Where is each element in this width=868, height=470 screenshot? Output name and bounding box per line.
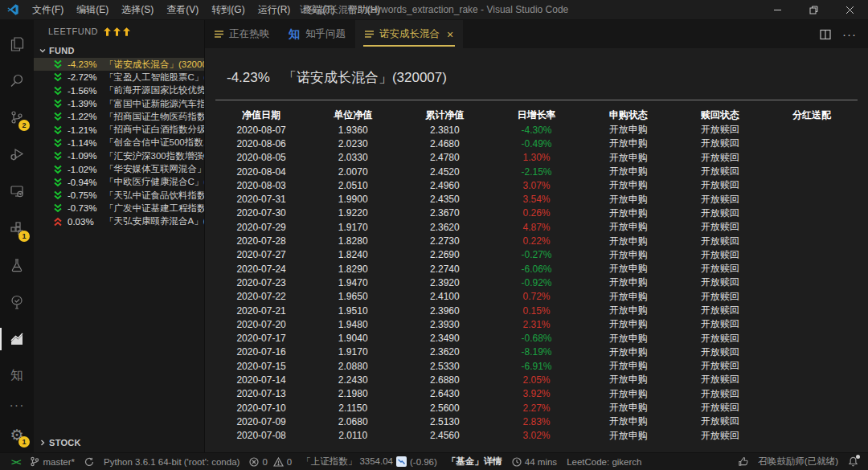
fund-heading-name: 「诺安成长混合」(320007) — [283, 68, 447, 87]
close-window-button[interactable] — [832, 0, 868, 19]
encourager-item[interactable]: 召唤鼓励师(已就绪) — [753, 453, 843, 470]
fund-list-item[interactable]: -0.94% 「中欧医疗健康混合C」(... — [34, 176, 204, 189]
fund-heading-change: -4.23% — [227, 70, 270, 86]
fund-heading: -4.23% 「诺安成长混合」(320007) — [227, 68, 846, 87]
fund-name: 「创金合信中证500指数... — [104, 137, 204, 149]
python-interpreter[interactable]: Python 3.6.1 64-bit ('root': conda) — [99, 453, 244, 470]
fund-list-item[interactable]: -1.39% 「富国中证新能源汽车指... — [34, 97, 204, 110]
cumulative-nav-cell: 2.2740 — [399, 262, 490, 276]
purchase-status-cell: 开放申购 — [583, 359, 674, 373]
dividend-cell — [766, 220, 858, 234]
chevron-down-icon — [39, 47, 47, 55]
cumulative-nav-cell: 2.4780 — [399, 151, 490, 165]
close-tab-icon[interactable]: × — [447, 29, 453, 40]
fund-detail-label: 「基金」详情 — [447, 456, 502, 468]
fund-list-item[interactable]: -1.02% 「华安媒体互联网混合」(... — [34, 162, 204, 175]
tab-zhihu-questions[interactable]: 知 知乎问题 — [279, 20, 355, 48]
purchase-status-cell: 开放申购 — [583, 429, 674, 443]
index-quote-item[interactable]: 「上证指数」 3354.04 (-0.96) — [297, 453, 442, 470]
branch-label: master* — [43, 457, 75, 467]
tab-hot-movies[interactable]: 正在热映 — [205, 20, 279, 48]
fund-section-header[interactable]: FUND — [34, 43, 204, 58]
fund-detail-item[interactable]: 「基金」详情 — [442, 453, 507, 470]
split-editor-icon[interactable] — [820, 29, 831, 40]
tab-bar: 正在热映 知 知乎问题 诺安成长混合 × ··· — [205, 20, 868, 48]
remote-indicator[interactable]: >< — [6, 453, 25, 470]
problems-item[interactable]: 0 0 — [244, 453, 297, 470]
table-row: 2020-07-29 1.9170 2.3620 4.87% 开放申购 开放赎回 — [215, 220, 858, 234]
dividend-cell — [766, 192, 858, 206]
daily-growth-cell: -8.19% — [490, 345, 582, 359]
menu-item[interactable]: 编辑(E) — [70, 0, 115, 19]
menu-item[interactable]: 终端(T) — [297, 0, 341, 19]
fund-list-item[interactable]: -0.73% 「广发中证基建工程指数... — [34, 202, 204, 215]
menu-item[interactable]: 文件(F) — [26, 0, 70, 19]
fund-list-item[interactable]: -1.56% 「前海开源国家比较优势... — [34, 84, 204, 97]
cumulative-nav-cell: 2.5600 — [399, 401, 490, 415]
menu-item[interactable]: 转到(G) — [205, 0, 251, 19]
sync-item[interactable] — [80, 453, 99, 470]
menu-item[interactable]: 选择(S) — [115, 0, 160, 19]
restore-button[interactable] — [796, 0, 832, 19]
dividend-cell — [766, 415, 858, 428]
notifications-item[interactable] — [843, 453, 863, 470]
date-cell: 2020-07-16 — [215, 345, 307, 359]
table-row: 2020-07-24 1.8290 2.2740 -6.06% 开放申购 开放赎… — [215, 262, 858, 276]
daily-growth-cell: 0.26% — [490, 206, 582, 220]
fund-list-item[interactable]: -2.72% 「宝盈人工智能股票C」(... — [34, 71, 204, 84]
explorer-icon[interactable] — [0, 25, 34, 62]
tree-check-icon[interactable] — [0, 284, 34, 321]
tab-fund-detail[interactable]: 诺安成长混合 × — [355, 20, 463, 48]
leetfund-chart-icon[interactable] — [0, 321, 34, 358]
remote-explorer-icon[interactable] — [0, 173, 34, 210]
source-control-icon[interactable]: 2 — [0, 99, 34, 136]
more-views-icon[interactable]: ··· — [0, 394, 34, 418]
fund-change: -1.14% — [68, 138, 104, 148]
dividend-cell — [766, 137, 858, 150]
dividend-cell — [766, 359, 858, 373]
error-count: 0 — [262, 457, 267, 467]
fund-list-item[interactable]: 0.03% 「天弘安康颐养混合A」(4... — [34, 215, 204, 228]
zhihu-icon[interactable]: 知 — [0, 358, 34, 394]
git-branch-item[interactable]: master* — [25, 453, 80, 470]
table-row: 2020-08-04 2.0070 2.4520 -2.15% 开放申购 开放赎… — [215, 165, 858, 178]
purchase-status-cell: 开放申购 — [583, 331, 674, 345]
purchase-status-cell: 开放申购 — [583, 345, 674, 359]
run-debug-icon[interactable] — [0, 136, 34, 173]
daily-growth-cell: 4.87% — [490, 220, 582, 234]
minimize-button[interactable] — [760, 0, 796, 19]
fund-list-item[interactable]: -4.23% 「诺安成长混合」(320007) — [34, 58, 204, 71]
menu-item[interactable]: 帮助(H) — [342, 0, 387, 19]
menu-item[interactable]: 运行(R) — [252, 0, 297, 19]
settings-gear-icon[interactable]: ⚙ 1 — [0, 418, 34, 452]
redeem-status-cell: 开放赎回 — [674, 387, 766, 401]
fund-list-item[interactable]: -0.75% 「天弘中证食品饮料指数... — [34, 189, 204, 202]
fund-list-item[interactable]: -1.21% 「招商中证白酒指数分级... — [34, 123, 204, 136]
daily-growth-cell: 2.27% — [490, 401, 582, 415]
fund-list-item[interactable]: -1.14% 「创金合信中证500指数... — [34, 137, 204, 149]
purchase-status-cell: 开放申购 — [583, 415, 674, 428]
stock-section-header[interactable]: STOCK — [34, 435, 204, 450]
session-time-item[interactable]: 44 mins — [507, 453, 562, 470]
unit-nav-cell: 2.0510 — [307, 178, 399, 192]
fund-list-item[interactable]: -1.22% 「招商国证生物医药指数... — [34, 110, 204, 123]
fund-list-item[interactable]: -1.09% 「汇安沪深300指数增强C... — [34, 149, 204, 162]
menu-item[interactable]: 查看(V) — [160, 0, 205, 19]
purchase-status-cell: 开放申购 — [583, 248, 674, 262]
test-beaker-icon[interactable] — [0, 247, 34, 284]
daily-growth-cell: -6.91% — [490, 359, 582, 373]
fund-name: 「汇安沪深300指数增强C... — [104, 150, 204, 162]
extensions-icon[interactable]: 1 — [0, 210, 34, 247]
fund-name: 「天弘中证食品饮料指数... — [104, 190, 204, 202]
praise-item[interactable] — [733, 453, 753, 470]
search-icon[interactable] — [0, 62, 34, 99]
leetcode-account-item[interactable]: LeetCode: gikerch — [562, 453, 646, 470]
more-actions-icon[interactable]: ··· — [842, 27, 857, 41]
dividend-cell — [766, 331, 858, 345]
date-cell: 2020-07-13 — [215, 387, 307, 401]
cumulative-nav-cell: 2.3620 — [399, 220, 490, 234]
table-row: 2020-07-14 2.2430 2.6880 2.05% 开放申购 开放赎回 — [215, 373, 858, 386]
unit-nav-cell: 2.0880 — [307, 359, 399, 373]
mini-chart-icon — [396, 456, 407, 467]
date-cell: 2020-07-27 — [215, 248, 307, 262]
